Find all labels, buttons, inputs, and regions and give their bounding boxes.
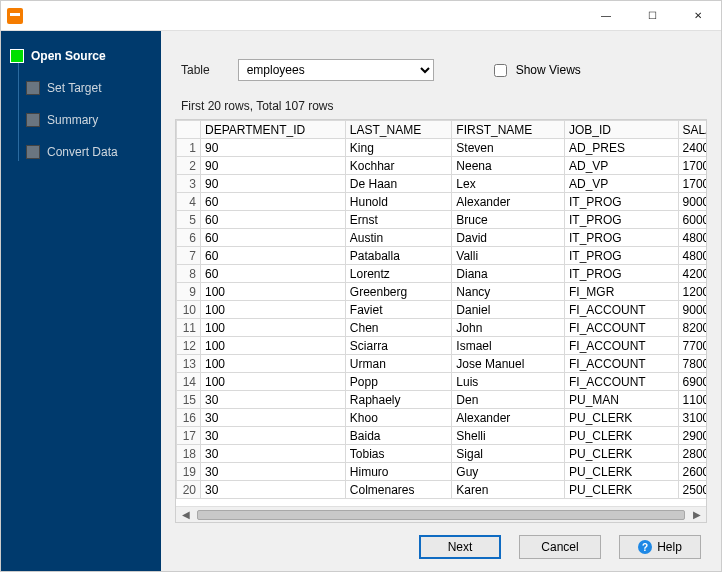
cell[interactable]: Tobias	[345, 445, 452, 463]
cell[interactable]: 11000	[678, 391, 706, 409]
table-row[interactable]: 1830TobiasSigalPU_CLERK2800STOBIAS	[177, 445, 707, 463]
cancel-button[interactable]: Cancel	[519, 535, 601, 559]
cell[interactable]: 30	[201, 391, 346, 409]
cell[interactable]: Sciarra	[345, 337, 452, 355]
table-row[interactable]: 660AustinDavidIT_PROG4800DAUSTIN	[177, 229, 707, 247]
cell[interactable]: FI_ACCOUNT	[565, 337, 679, 355]
cell[interactable]: Alexander	[452, 193, 565, 211]
next-button[interactable]: Next	[419, 535, 501, 559]
cell[interactable]: Jose Manuel	[452, 355, 565, 373]
cell[interactable]: 100	[201, 319, 346, 337]
cell[interactable]: 30	[201, 481, 346, 499]
column-header[interactable]: DEPARTMENT_ID	[201, 121, 346, 139]
cell[interactable]: PU_CLERK	[565, 481, 679, 499]
cell[interactable]: Kochhar	[345, 157, 452, 175]
cell[interactable]: Chen	[345, 319, 452, 337]
cell[interactable]: 30	[201, 409, 346, 427]
cell[interactable]: PU_CLERK	[565, 463, 679, 481]
cell[interactable]: PU_CLERK	[565, 427, 679, 445]
cell[interactable]: Greenberg	[345, 283, 452, 301]
cell[interactable]: 30	[201, 427, 346, 445]
cell[interactable]: Ismael	[452, 337, 565, 355]
cell[interactable]: De Haan	[345, 175, 452, 193]
maximize-button[interactable]: ☐	[629, 1, 675, 31]
cell[interactable]: 4800	[678, 247, 706, 265]
cell[interactable]: Khoo	[345, 409, 452, 427]
cell[interactable]: FI_ACCOUNT	[565, 373, 679, 391]
cell[interactable]: Luis	[452, 373, 565, 391]
cell[interactable]: 24000	[678, 139, 706, 157]
cell[interactable]: Shelli	[452, 427, 565, 445]
column-header[interactable]: LAST_NAME	[345, 121, 452, 139]
cell[interactable]: Sigal	[452, 445, 565, 463]
help-button[interactable]: ? Help	[619, 535, 701, 559]
cell[interactable]: 2900	[678, 427, 706, 445]
cell[interactable]: Daniel	[452, 301, 565, 319]
cell[interactable]: King	[345, 139, 452, 157]
table-row[interactable]: 10100FavietDanielFI_ACCOUNT9000DFAVIET	[177, 301, 707, 319]
table-row[interactable]: 1730BaidaShelliPU_CLERK2900SBAIDA	[177, 427, 707, 445]
table-combo[interactable]: employees	[238, 59, 434, 81]
cell[interactable]: Colmenares	[345, 481, 452, 499]
horizontal-scrollbar[interactable]: ◀ ▶	[176, 506, 706, 522]
cell[interactable]: 6900	[678, 373, 706, 391]
cell[interactable]: 90	[201, 139, 346, 157]
cell[interactable]: 30	[201, 463, 346, 481]
cell[interactable]: 2800	[678, 445, 706, 463]
cell[interactable]: 60	[201, 211, 346, 229]
cell[interactable]: John	[452, 319, 565, 337]
cell[interactable]: 100	[201, 301, 346, 319]
cell[interactable]: AD_VP	[565, 157, 679, 175]
cell[interactable]: IT_PROG	[565, 247, 679, 265]
minimize-button[interactable]: —	[583, 1, 629, 31]
wizard-step-convert-data[interactable]: Convert Data	[27, 141, 161, 163]
cell[interactable]: 12000	[678, 283, 706, 301]
cell[interactable]: 100	[201, 373, 346, 391]
cell[interactable]: 4200	[678, 265, 706, 283]
wizard-step-set-target[interactable]: Set Target	[27, 77, 161, 99]
cell[interactable]: Urman	[345, 355, 452, 373]
cell[interactable]: Guy	[452, 463, 565, 481]
cell[interactable]: Steven	[452, 139, 565, 157]
cell[interactable]: 17000	[678, 157, 706, 175]
scroll-right-icon[interactable]: ▶	[689, 509, 704, 520]
cell[interactable]: PU_CLERK	[565, 409, 679, 427]
cell[interactable]: IT_PROG	[565, 193, 679, 211]
cell[interactable]: 2500	[678, 481, 706, 499]
cell[interactable]: 7700	[678, 337, 706, 355]
cell[interactable]: Lorentz	[345, 265, 452, 283]
cell[interactable]: AD_VP	[565, 175, 679, 193]
cell[interactable]: 60	[201, 229, 346, 247]
cell[interactable]: Himuro	[345, 463, 452, 481]
cell[interactable]: 90	[201, 175, 346, 193]
table-row[interactable]: 13100UrmanJose ManuelFI_ACCOUNT7800JMURM…	[177, 355, 707, 373]
table-row[interactable]: 290KochharNeenaAD_VP17000NKOCHHAR	[177, 157, 707, 175]
grid-scroll-area[interactable]: DEPARTMENT_IDLAST_NAMEFIRST_NAMEJOB_IDSA…	[176, 120, 706, 506]
table-row[interactable]: 190KingStevenAD_PRES24000SKING	[177, 139, 707, 157]
table-row[interactable]: 760PataballaValliIT_PROG4800VPATABAL	[177, 247, 707, 265]
cell[interactable]: 60	[201, 247, 346, 265]
cell[interactable]: 60	[201, 265, 346, 283]
table-row[interactable]: 11100ChenJohnFI_ACCOUNT8200JCHEN	[177, 319, 707, 337]
cell[interactable]: Faviet	[345, 301, 452, 319]
cell[interactable]: Austin	[345, 229, 452, 247]
cell[interactable]: FI_ACCOUNT	[565, 355, 679, 373]
cell[interactable]: 100	[201, 355, 346, 373]
cell[interactable]: 4800	[678, 229, 706, 247]
table-row[interactable]: 560ErnstBruceIT_PROG6000BERNST	[177, 211, 707, 229]
cell[interactable]: 100	[201, 283, 346, 301]
cell[interactable]: 30	[201, 445, 346, 463]
cell[interactable]: IT_PROG	[565, 265, 679, 283]
table-row[interactable]: 2030ColmenaresKarenPU_CLERK2500KCOLMENA	[177, 481, 707, 499]
cell[interactable]: 90	[201, 157, 346, 175]
cell[interactable]: 100	[201, 337, 346, 355]
cell[interactable]: Valli	[452, 247, 565, 265]
cell[interactable]: IT_PROG	[565, 211, 679, 229]
cell[interactable]: Den	[452, 391, 565, 409]
cell[interactable]: Alexander	[452, 409, 565, 427]
cell[interactable]: 2600	[678, 463, 706, 481]
cell[interactable]: Ernst	[345, 211, 452, 229]
cell[interactable]: 8200	[678, 319, 706, 337]
cell[interactable]: Hunold	[345, 193, 452, 211]
cell[interactable]: FI_ACCOUNT	[565, 301, 679, 319]
